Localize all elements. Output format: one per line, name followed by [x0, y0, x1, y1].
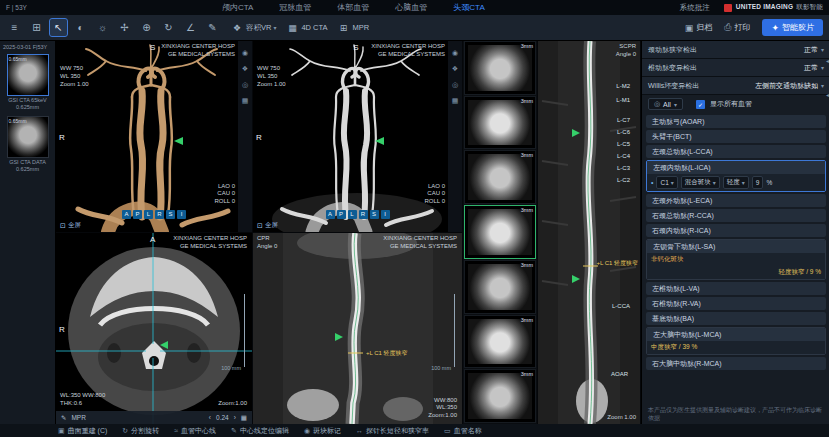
vessel-row-r-cca[interactable]: 右颈总动脉(R-CCA) [646, 209, 826, 222]
select-cursor-tool[interactable]: ↖ [50, 19, 67, 36]
plaque-type-select[interactable]: 混合斑块 ▾ [681, 176, 720, 189]
vessel-row-l-sa[interactable]: 左锁骨下动脉(L-SA) [647, 240, 825, 253]
tool-plaque-mark[interactable]: ◉ 斑块标记 [304, 426, 341, 436]
tab-coronary[interactable]: 冠脉血管 [279, 2, 311, 13]
orient-l-button[interactable]: L [348, 210, 357, 219]
orient-a-button[interactable]: A [122, 210, 131, 219]
stenosis-degree-select[interactable]: 轻度 ▾ [723, 176, 749, 189]
orient-l-button[interactable]: L [144, 210, 153, 219]
tool-vessel-name[interactable]: ▭ 血管名称 [444, 426, 482, 436]
target-icon[interactable]: ◎ [242, 81, 248, 89]
camera-icon[interactable]: ◉ [452, 49, 458, 57]
vessel-row-l-cca[interactable]: 左颈总动脉(L-CCA) [646, 145, 826, 158]
fullscreen-button[interactable]: ⊡ 全屏 [257, 221, 278, 230]
orient-s-button[interactable]: S [166, 210, 175, 219]
layout-icon[interactable]: ▦ [242, 97, 249, 105]
pencil-icon[interactable]: ✎ [61, 414, 66, 422]
orient-r-button[interactable]: R [155, 210, 164, 219]
cross-section-tile[interactable]: 3mm [464, 369, 536, 423]
zoom-tool[interactable]: ⊕ [138, 19, 155, 36]
cta-4d-tool[interactable]: ▦ 4D CTA [285, 21, 327, 35]
cross-section-tile[interactable]: 3mm [464, 150, 536, 204]
tool-probe-diameter-stenosis[interactable]: ↔ 探针长短径和狭窄率 [356, 426, 429, 436]
viewport-3d-vr[interactable]: S R XINXIANG CENTER HOSP GE MEDICAL SYST… [56, 41, 252, 232]
system-annotation-menu[interactable]: 系统批注 [680, 3, 710, 13]
l-sa-plaque-row: 非钙化斑块 [647, 253, 825, 266]
tool-curved-reconstruction[interactable]: ▣ 曲面重建 (C) [58, 426, 107, 436]
layout-icon[interactable]: ▦ [241, 414, 247, 422]
cross-section-tile-selected[interactable]: 3mm [464, 205, 536, 259]
vessel-row-bct[interactable]: 头臂干(BCT) [646, 130, 826, 143]
vessel-row-l-ica[interactable]: 左颈内动脉(L-ICA) [647, 161, 825, 174]
finding-value-text: 正常 [804, 45, 818, 55]
tab-cardio-cerebral[interactable]: 心脑血管 [395, 2, 427, 13]
viewport-cpr[interactable]: CPR Angle 0 XINXIANG CENTER HOSP GE MEDI… [253, 233, 462, 424]
vessel-filter-dropdown[interactable]: ◎ All ▾ [648, 98, 683, 110]
layout-icon[interactable]: ▦ [452, 97, 459, 105]
series-thumbnail-1[interactable]: 0.65mm [7, 54, 49, 96]
vessel-row-r-ica[interactable]: 右颈内动脉(R-ICA) [646, 224, 826, 237]
measure-angle-tool[interactable]: ∠ [182, 19, 199, 36]
camera-icon[interactable]: ◉ [242, 49, 248, 57]
tool-label: 中心线定位编辑 [240, 426, 289, 436]
viewport-axial[interactable]: A R XINXIANG CENTER HOSP GE MEDICAL SYST… [56, 233, 252, 424]
cross-section-tile[interactable]: 3mm [464, 315, 536, 369]
tab-body-vessels[interactable]: 体部血管 [337, 2, 369, 13]
segment-select[interactable]: C1 ▾ [656, 176, 677, 189]
tool-vessel-centerline[interactable]: ≈ 血管中心线 [174, 426, 216, 436]
rotation-info: LAO 0 CAU 0 ROLL 0 [215, 183, 235, 206]
vessel-row-aoar[interactable]: 主动脉弓(AOAR) [646, 115, 826, 128]
viewport-straightened-cpr[interactable]: SCPR Angle 0 L-M2 L-M1 L-C7 L-C6 L-C5 L-… [538, 41, 640, 424]
layout-grid-icon[interactable]: ⊞ [28, 19, 45, 36]
vessel-row-ba[interactable]: 基底动脉(BA) [646, 312, 826, 325]
finding-willis-variation[interactable]: Willis环变异检出 左侧前交通动脉缺如 ▾ [642, 77, 829, 95]
tool-centerline-edit[interactable]: ✎ 中心线定位编辑 [231, 426, 289, 436]
contrast-tool[interactable]: ◐ [72, 19, 89, 36]
orient-i-button[interactable]: I [381, 210, 390, 219]
stenosis-annotation[interactable]: +L C1 轻度狭窄 [366, 349, 408, 358]
orient-p-button[interactable]: P [337, 210, 346, 219]
cube-icon[interactable]: ❖ [242, 65, 248, 73]
orient-s-button[interactable]: S [370, 210, 379, 219]
fullscreen-button[interactable]: ⊡ 全屏 [60, 221, 81, 230]
orient-r-button[interactable]: R [359, 210, 368, 219]
tool-split-rotate[interactable]: ↻ 分割旋转 [122, 426, 159, 436]
finding-carotid-stenosis[interactable]: 颈动脉狭窄检出 正常 ▾ [642, 41, 829, 59]
finding-vertebral-variation[interactable]: 椎动脉变异检出 正常 ▾ [642, 59, 829, 77]
tab-head-neck-cta[interactable]: 头颈CTA [453, 2, 484, 13]
window-level-tool[interactable]: ☼ [94, 19, 111, 36]
slider-value[interactable]: 0.24 [216, 414, 229, 421]
mpr-tool[interactable]: ⊞ MPR [337, 21, 370, 35]
archive-button[interactable]: ▣ 归档 [685, 22, 713, 33]
cube-icon[interactable]: ❖ [452, 65, 458, 73]
cross-section-tile[interactable]: 3mm [464, 41, 536, 95]
rotate-tool[interactable]: ↻ [160, 19, 177, 36]
slider-increase-icon[interactable]: › [234, 414, 236, 421]
smart-film-button[interactable]: ✦ 智能胶片 [762, 19, 823, 36]
series-thumbnail-2[interactable]: 0.65mm [7, 116, 49, 158]
vessel-row-l-mca[interactable]: 左大脑中动脉(L-MCA) [647, 328, 825, 341]
pan-tool[interactable]: ✢ [116, 19, 133, 36]
orient-a-button[interactable]: A [326, 210, 335, 219]
orientation-buttons: A P L R S I [122, 210, 186, 219]
volume-vr-tool[interactable]: ❖ 容积VR ▾ [230, 21, 276, 35]
print-button[interactable]: ⎙ 打印 [724, 22, 750, 33]
vessel-row-l-va[interactable]: 左椎动脉(L-VA) [646, 282, 826, 295]
orient-i-button[interactable]: I [177, 210, 186, 219]
show-all-checkbox[interactable]: ✓ [696, 100, 705, 109]
stenosis-annotation[interactable]: +L C1 轻度狭窄 [596, 259, 638, 268]
orient-p-button[interactable]: P [133, 210, 142, 219]
stenosis-percent-input[interactable]: 9 [752, 176, 764, 189]
vessel-row-l-eca[interactable]: 左颈外动脉(L-ECA) [646, 194, 826, 207]
cross-section-tile[interactable]: 3mm [464, 96, 536, 150]
tab-intracranial-cta[interactable]: 颅内CTA [222, 2, 253, 13]
cta-4d-label: 4D CTA [301, 23, 327, 32]
viewport-mip[interactable]: S R XINXIANG CENTER HOSP GE MEDICAL SYST… [253, 41, 462, 232]
annotate-tool[interactable]: ✎ [204, 19, 221, 36]
list-menu-icon[interactable]: ≡ [6, 19, 23, 36]
slider-decrease-icon[interactable]: ‹ [209, 414, 211, 421]
vessel-row-r-mca[interactable]: 右大脑中动脉(R-MCA) [646, 357, 826, 370]
cross-section-tile[interactable]: 3mm [464, 260, 536, 314]
target-icon[interactable]: ◎ [452, 81, 458, 89]
vessel-row-r-va[interactable]: 右椎动脉(R-VA) [646, 297, 826, 310]
